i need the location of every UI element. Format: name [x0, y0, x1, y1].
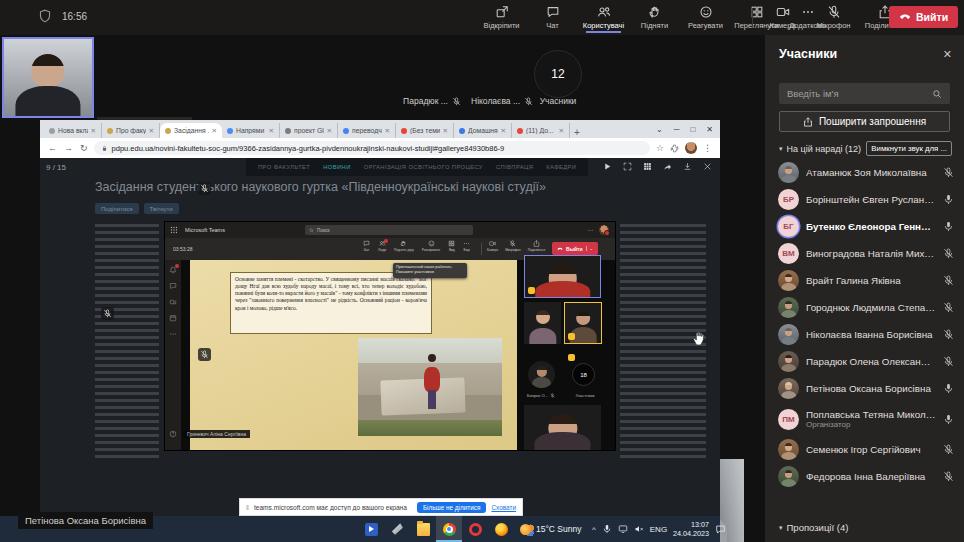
mic-muted-icon[interactable]: [943, 275, 954, 286]
hide-infobar-link[interactable]: Сховати: [491, 504, 516, 511]
mic-muted-icon[interactable]: [943, 329, 954, 340]
participant-row[interactable]: Семенюк Ігор Сергійович: [765, 436, 964, 463]
device-micoff-button[interactable]: Мікрофон: [808, 3, 859, 30]
participant-row[interactable]: Ніколаєва Іванна Борисівна: [765, 321, 964, 348]
browser-tab[interactable]: Засідання ...✕: [160, 123, 222, 138]
speaker-muted-icon[interactable]: [634, 524, 644, 534]
toolbar-smiley-button[interactable]: Реагувати: [680, 3, 731, 30]
participant-search-input[interactable]: Введіть ім'я: [779, 83, 950, 104]
mic-muted-icon[interactable]: [943, 444, 954, 455]
play-icon[interactable]: [603, 162, 612, 171]
site-nav-item[interactable]: НОВИНИ: [323, 164, 350, 170]
overflow-counter[interactable]: 12: [534, 50, 582, 98]
close-icon[interactable]: [703, 162, 712, 171]
tab-close-icon[interactable]: ✕: [91, 127, 96, 135]
browser-tab[interactable]: Напрями -✕: [222, 123, 280, 138]
share-arrow-icon[interactable]: [663, 162, 672, 171]
site-nav-item[interactable]: КАФЕДРИ: [546, 164, 576, 170]
participant-row[interactable]: ПМПоплавська Тетяна МиколаївнаОрганізато…: [765, 402, 964, 436]
browser-tab[interactable]: Домашня с...✕: [454, 123, 512, 138]
participant-row[interactable]: БРБорінштейн Євген Русланович: [765, 186, 964, 213]
site-nav-item[interactable]: СПІВПРАЦЯ: [496, 164, 533, 170]
minimize-icon[interactable]: ─: [674, 125, 680, 134]
toolbar-people-button[interactable]: Користувачі: [578, 3, 629, 30]
device-camera-button[interactable]: Камера: [757, 3, 808, 30]
participant-row[interactable]: Парадюк Олена Олександрівна: [765, 348, 964, 375]
browser-profile-avatar[interactable]: [685, 142, 697, 154]
taskbar-clock[interactable]: 13:0724.04.2023: [673, 520, 709, 539]
mic-muted-icon[interactable]: [943, 248, 954, 259]
site-nav-item[interactable]: ПРО ФАКУЛЬТЕТ: [258, 164, 310, 170]
share-invite-button[interactable]: Поширити запрошення: [779, 111, 950, 132]
fullscreen-icon[interactable]: [623, 162, 632, 171]
taskbar-weather[interactable]: 15°C Sunny: [514, 516, 587, 542]
browser-tab[interactable]: (11) До...✕: [512, 123, 570, 138]
tab-search-chevron-icon[interactable]: ⌄: [656, 125, 663, 134]
grid-icon[interactable]: [643, 162, 652, 171]
download-icon[interactable]: [683, 162, 692, 171]
new-tab-button[interactable]: +: [570, 127, 584, 138]
participant-row[interactable]: ВМВиноградова Наталія Михайлів...: [765, 240, 964, 267]
tab-close-icon[interactable]: ✕: [212, 127, 217, 135]
reload-icon[interactable]: ↻: [80, 143, 88, 153]
mic-on-icon[interactable]: [943, 383, 954, 394]
tab-close-icon[interactable]: ✕: [559, 127, 564, 135]
toolbar-chat-button[interactable]: Чат: [527, 3, 578, 30]
browser-tab[interactable]: Нова вклад...✕: [44, 123, 102, 138]
tab-close-icon[interactable]: ✕: [385, 127, 390, 135]
taskbar-app-explorer[interactable]: [410, 516, 436, 542]
taskbar-app-chrome[interactable]: [436, 516, 462, 542]
browser-tab[interactable]: проект Glo...✕: [280, 123, 338, 138]
social-share-button[interactable]: Твітнути: [144, 203, 179, 214]
chevron-down-icon[interactable]: ▾: [779, 145, 783, 153]
social-share-button[interactable]: Поділитися: [95, 203, 139, 214]
mic-muted-icon[interactable]: [943, 356, 954, 367]
browser-tab[interactable]: (Без теми)✕: [396, 123, 454, 138]
site-nav-item[interactable]: ОРГАНІЗАЦІЯ ОСВІТНЬОГО ПРОЦЕСУ: [364, 164, 483, 170]
back-icon[interactable]: ←: [48, 143, 57, 153]
mic-tray-icon[interactable]: [602, 524, 612, 534]
tab-close-icon[interactable]: ✕: [149, 127, 154, 135]
toolbar-hand-button[interactable]: Підняти: [629, 3, 680, 30]
taskbar-app-movies[interactable]: [358, 516, 384, 542]
participant-row[interactable]: Петінова Оксана Борисівна: [765, 375, 964, 402]
window-close-icon[interactable]: ✕: [706, 125, 713, 134]
tab-close-icon[interactable]: ✕: [443, 127, 448, 135]
url-bar[interactable]: pdpu.edu.ua/novini-fakultetu-soc-gum/936…: [94, 141, 650, 155]
extensions-icon[interactable]: [670, 144, 679, 153]
toolbar-unpin-button[interactable]: Відкріпити: [476, 3, 527, 30]
taskbar-app-firefox[interactable]: [488, 516, 514, 542]
tab-close-icon[interactable]: ✕: [269, 127, 274, 135]
forward-icon[interactable]: →: [64, 143, 73, 153]
mic-muted-icon[interactable]: [943, 302, 954, 313]
participant-row[interactable]: Врайт Галина Яківна: [765, 267, 964, 294]
close-icon[interactable]: ✕: [943, 48, 952, 61]
mic-muted-icon[interactable]: [943, 471, 954, 482]
gallery-image-teams-screenshot[interactable]: Microsoft Teams Поиск ⋯ 03:53:28 ЧатЛюди…: [165, 222, 615, 450]
participant-row[interactable]: Федорова Інна Валеріївна: [765, 463, 964, 490]
browser-menu-icon[interactable]: ⋮: [703, 143, 712, 153]
mic-muted-icon[interactable]: [943, 167, 954, 178]
chevron-up-icon[interactable]: ^: [592, 525, 596, 534]
action-center-icon[interactable]: [715, 524, 726, 535]
mute-all-button[interactable]: Вимкнути звук для ...: [866, 141, 952, 156]
display-tray-icon[interactable]: [618, 524, 628, 534]
stop-sharing-button[interactable]: Більше не ділитися: [417, 502, 487, 513]
maximize-icon[interactable]: □: [690, 125, 695, 134]
taskbar-app-opera[interactable]: [462, 516, 488, 542]
mic-on-icon[interactable]: [943, 194, 954, 205]
mic-on-icon[interactable]: [943, 221, 954, 232]
taskbar-app-paint[interactable]: [384, 516, 410, 542]
mic-on-icon[interactable]: [943, 414, 954, 425]
participant-row[interactable]: Атаманюк Зоя Миколаївна: [765, 159, 964, 186]
browser-tab[interactable]: переводчи...✕: [338, 123, 396, 138]
browser-tab[interactable]: Про факул...✕: [102, 123, 160, 138]
self-video[interactable]: [2, 37, 94, 118]
leave-button[interactable]: Вийти: [889, 6, 958, 28]
tab-close-icon[interactable]: ✕: [501, 127, 506, 135]
participant-row[interactable]: БГБутенко Єлеонора Геннадіївна: [765, 213, 964, 240]
language-indicator[interactable]: ENG: [650, 525, 667, 534]
bookmark-star-icon[interactable]: ☆: [656, 143, 664, 153]
chevron-down-icon[interactable]: ▾: [779, 524, 783, 532]
tab-close-icon[interactable]: ✕: [327, 127, 332, 135]
